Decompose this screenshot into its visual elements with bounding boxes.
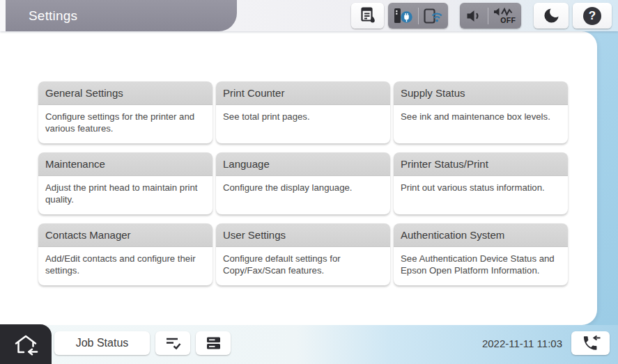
card-user-settings[interactable]: User Settings Configure default settings… [216, 223, 390, 285]
card-description: Print out various status information. [394, 176, 568, 193]
job-queue-button[interactable] [155, 331, 190, 355]
sleep-icon [542, 6, 561, 25]
button-divider [488, 8, 488, 24]
card-title: Maintenance [38, 152, 213, 176]
page-title-label: Settings [29, 8, 77, 24]
card-title: Language [216, 152, 390, 176]
fax-receive-button[interactable] [571, 331, 610, 355]
card-description: See Authentication Device Status and Eps… [394, 247, 568, 276]
job-status-label: Job Status [76, 337, 129, 349]
timestamp: 2022-11-11 11:03 [482, 338, 562, 349]
help-icon: ? [583, 7, 601, 25]
wired-network-icon [392, 6, 413, 26]
card-description: Configure settings for the printer and v… [38, 105, 213, 134]
card-title: Printer Status/Print [394, 152, 568, 176]
card-print-counter[interactable]: Print Counter See total print pages. [216, 81, 390, 143]
card-description: Configure the display language. [216, 176, 390, 193]
fax-receive-icon [580, 334, 601, 352]
home-button[interactable] [0, 324, 52, 364]
paper-tray-button[interactable] [196, 331, 231, 355]
printer-touchscreen: Settings [0, 0, 618, 364]
settings-card-grid: General Settings Configure settings for … [38, 81, 568, 285]
card-description: Adjust the print head to maintain print … [38, 176, 213, 205]
card-title: User Settings [216, 223, 390, 247]
card-description: See total print pages. [216, 105, 390, 122]
card-description: Add/Edit contacts and configure their se… [38, 247, 213, 276]
card-contacts-manager[interactable]: Contacts Manager Add/Edit contacts and c… [38, 223, 213, 285]
home-icon [13, 333, 39, 356]
network-status-button[interactable] [388, 3, 448, 29]
top-bar: Settings [0, 0, 618, 31]
footer-left-buttons: Job Status [54, 331, 231, 355]
job-queue-icon [164, 335, 183, 351]
sleep-mode-button[interactable] [534, 3, 569, 29]
card-authentication-system[interactable]: Authentication System See Authentication… [394, 223, 568, 285]
page-title: Settings [6, 0, 237, 31]
sound-off-icon: OFF [493, 7, 516, 24]
card-maintenance[interactable]: Maintenance Adjust the print head to mai… [38, 152, 213, 214]
card-supply-status[interactable]: Supply Status See ink and maintenance bo… [394, 81, 568, 143]
bottom-bar: Job Status [0, 325, 618, 364]
button-divider [418, 8, 419, 24]
paper-ink-status-icon [359, 6, 377, 25]
wifi-device-icon [423, 6, 444, 26]
sound-off-label: OFF [500, 17, 516, 24]
speaker-icon [465, 8, 482, 24]
card-title: Supply Status [394, 81, 568, 105]
footer-right: 2022-11-11 11:03 [482, 331, 610, 355]
card-title: Authentication System [394, 223, 568, 247]
paper-tray-icon [205, 335, 222, 351]
main-panel: General Settings Configure settings for … [0, 31, 597, 325]
card-language[interactable]: Language Configure the display language. [216, 152, 390, 214]
card-description: Configure default settings for Copy/Fax/… [216, 247, 390, 276]
card-printer-status-print[interactable]: Printer Status/Print Print out various s… [394, 152, 568, 214]
help-button[interactable]: ? [573, 3, 612, 29]
sound-settings-button[interactable]: OFF [460, 3, 521, 29]
card-title: Print Counter [216, 81, 390, 105]
card-title: General Settings [38, 81, 213, 105]
paper-ink-status-button[interactable] [351, 3, 384, 29]
card-general-settings[interactable]: General Settings Configure settings for … [38, 81, 213, 143]
job-status-button[interactable]: Job Status [54, 331, 150, 355]
card-title: Contacts Manager [38, 223, 213, 247]
card-description: See ink and maintenance box levels. [394, 105, 568, 122]
topbar-buttons: OFF ? [351, 3, 612, 29]
